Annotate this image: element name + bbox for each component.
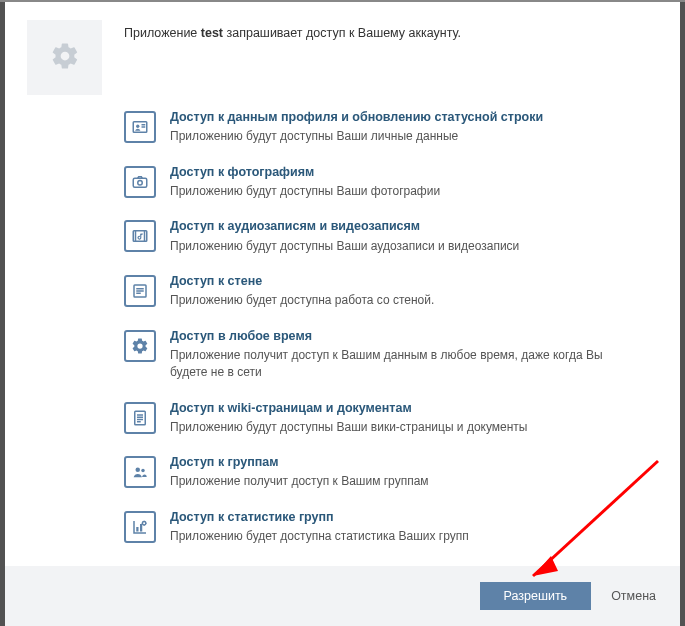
- gear-icon: [50, 41, 80, 74]
- dialog-footer: Разрешить Отмена: [5, 566, 680, 626]
- permission-desc: Приложению будут доступны Ваши аудозапис…: [170, 238, 638, 255]
- svg-point-1: [136, 125, 139, 128]
- camera-icon: [124, 166, 156, 198]
- permission-desc: Приложение получит доступ к Вашим данным…: [170, 347, 638, 382]
- permission-body: Доступ к фотографиямПриложению будут дос…: [170, 164, 658, 201]
- svg-point-18: [136, 468, 141, 473]
- permission-body: Доступ к группамПриложение получит досту…: [170, 454, 658, 491]
- svg-point-5: [138, 180, 143, 185]
- permission-title: Доступ к аудиозаписям и видеозаписям: [170, 218, 638, 234]
- permission-desc: Приложению будут доступны Ваши личные да…: [170, 128, 638, 145]
- intro-text: Приложение test запрашивает доступ к Ваш…: [124, 20, 461, 42]
- intro-row: Приложение test запрашивает доступ к Ваш…: [27, 20, 658, 95]
- permission-item: Доступ в любое времяПриложение получит д…: [124, 328, 658, 382]
- svg-rect-21: [140, 524, 142, 532]
- profile-card-icon: [124, 111, 156, 143]
- permission-title: Доступ к стене: [170, 273, 638, 289]
- permission-desc: Приложению будет доступна статистика Ваш…: [170, 528, 638, 545]
- permission-item: Доступ к wiki-страницам и документамПрил…: [124, 400, 658, 437]
- dialog-content: Приложение test запрашивает доступ к Ваш…: [5, 2, 680, 626]
- intro-suffix: запрашивает доступ к Вашему аккаунту.: [223, 26, 461, 40]
- dialog-body: Приложение test запрашивает доступ к Ваш…: [5, 2, 680, 566]
- permission-title: Доступ к статистике групп: [170, 509, 638, 525]
- stats-icon: [124, 511, 156, 543]
- permission-title: Доступ к wiki-страницам и документам: [170, 400, 638, 416]
- permission-title: Доступ к фотографиям: [170, 164, 638, 180]
- permission-desc: Приложению будет доступна работа со стен…: [170, 292, 638, 309]
- permission-item: Доступ к статистике группПриложению буде…: [124, 509, 658, 546]
- permission-desc: Приложению будут доступны Ваши фотографи…: [170, 183, 638, 200]
- svg-rect-4: [133, 178, 147, 187]
- permission-body: Доступ к стенеПриложению будет доступна …: [170, 273, 658, 310]
- allow-button[interactable]: Разрешить: [480, 582, 592, 610]
- permission-body: Доступ к wiki-страницам и документамПрил…: [170, 400, 658, 437]
- permission-body: Доступ к статистике группПриложению буде…: [170, 509, 658, 546]
- document-icon: [124, 402, 156, 434]
- permission-item: Доступ к стенеПриложению будет доступна …: [124, 273, 658, 310]
- permission-item: Доступ к фотографиямПриложению будут дос…: [124, 164, 658, 201]
- groups-icon: [124, 456, 156, 488]
- svg-point-19: [141, 469, 144, 472]
- intro-prefix: Приложение: [124, 26, 201, 40]
- intro-app-name: test: [201, 26, 223, 40]
- permission-body: Доступ в любое времяПриложение получит д…: [170, 328, 658, 382]
- permission-item: Доступ к группамПриложение получит досту…: [124, 454, 658, 491]
- permissions-list: Доступ к данным профиля и обновлению ста…: [124, 109, 658, 546]
- window-border-right: [680, 0, 685, 626]
- permission-item: Доступ к данным профиля и обновлению ста…: [124, 109, 658, 146]
- permission-desc: Приложению будут доступны Ваши вики-стра…: [170, 419, 638, 436]
- anytime-gear-icon: [124, 330, 156, 362]
- permission-title: Доступ к группам: [170, 454, 638, 470]
- cancel-button[interactable]: Отмена: [611, 589, 656, 603]
- svg-point-22: [142, 521, 145, 524]
- permission-item: Доступ к аудиозаписям и видеозаписямПрил…: [124, 218, 658, 255]
- permission-title: Доступ к данным профиля и обновлению ста…: [170, 109, 638, 125]
- svg-rect-20: [136, 527, 138, 532]
- wall-icon: [124, 275, 156, 307]
- permission-desc: Приложение получит доступ к Вашим группа…: [170, 473, 638, 490]
- app-avatar-placeholder: [27, 20, 102, 95]
- audio-video-icon: [124, 220, 156, 252]
- auth-dialog: Приложение test запрашивает доступ к Ваш…: [0, 0, 685, 626]
- permission-body: Доступ к данным профиля и обновлению ста…: [170, 109, 658, 146]
- permission-title: Доступ в любое время: [170, 328, 638, 344]
- permission-body: Доступ к аудиозаписям и видеозаписямПрил…: [170, 218, 658, 255]
